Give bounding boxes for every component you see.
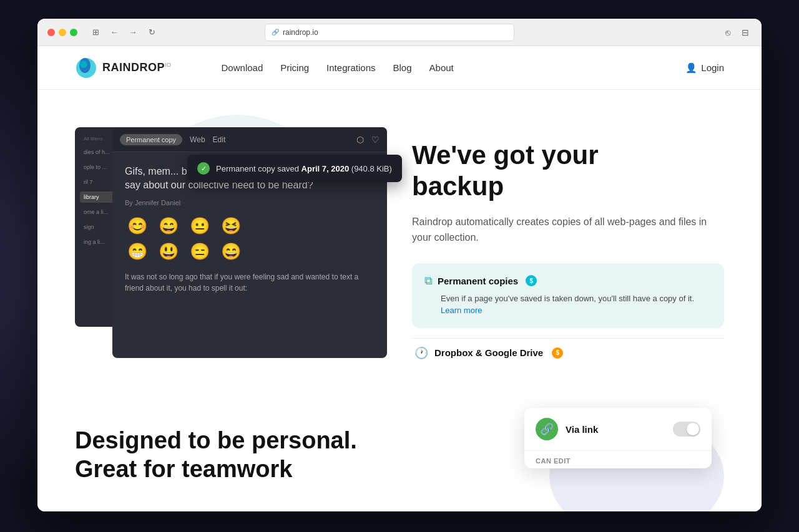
browser-window: ⊞ ← → ↻ 🔗 raindrop.io ⎋ ⊟ RAINDROPIO: [37, 19, 762, 511]
article-toolbar: Permanent copy Web Edit ⬡ ♡: [112, 127, 387, 152]
share-popup: 🔗 Via link CAN EDIT: [524, 408, 712, 468]
feature-description: Raindrop automatically creates copies of…: [412, 214, 724, 246]
nav-blog[interactable]: Blog: [393, 62, 412, 73]
logo[interactable]: RAINDROPIO: [75, 57, 172, 79]
logo-text: RAINDROPIO: [102, 61, 172, 74]
back-button[interactable]: ←: [109, 27, 120, 38]
permanent-copies-body: Even if a page you've saved is taken dow…: [424, 293, 712, 317]
close-button[interactable]: [47, 29, 55, 36]
svg-point-2: [80, 60, 87, 68]
person-icon: 👤: [685, 62, 697, 74]
dropbox-badge: $: [552, 347, 563, 359]
site-nav: RAINDROPIO Download Pricing Integrations…: [37, 46, 762, 90]
history-icon: 🕐: [414, 346, 428, 360]
splitview-button[interactable]: ⊟: [739, 26, 752, 39]
permanent-copies-title: Permanent copies: [438, 276, 518, 286]
address-bar[interactable]: 🔗 raindrop.io: [265, 24, 514, 41]
emoji-6: 😃: [156, 242, 181, 261]
emoji-grid: 😊 😄 😐 😆 😁 😃 😑 😄: [125, 216, 375, 261]
nav-pricing[interactable]: Pricing: [280, 62, 309, 73]
emoji-8: 😄: [218, 242, 243, 261]
card-title-row: ⧉ Permanent copies $: [424, 274, 712, 288]
permanent-copy-tab[interactable]: Permanent copy: [120, 134, 182, 145]
emoji-7: 😑: [187, 242, 212, 261]
feature-text: We've got your backup Raindrop automatic…: [375, 127, 724, 402]
page-content: RAINDROPIO Download Pricing Integrations…: [37, 46, 762, 511]
dropbox-row: 🕐 Dropbox & Google Drive $: [412, 338, 724, 367]
permanent-copies-card: ⧉ Permanent copies $ Even if a page you'…: [412, 263, 724, 328]
lock-icon: 🔗: [272, 29, 279, 36]
external-link-icon[interactable]: ⬡: [356, 135, 364, 145]
link-icon-circle: 🔗: [536, 418, 558, 440]
can-edit-label: CAN EDIT: [524, 451, 712, 468]
main-section: All filters dies of h... ople to ... ril…: [37, 90, 762, 402]
via-link-label: Via link: [566, 424, 665, 435]
feature-heading: We've got your backup: [412, 140, 724, 203]
forward-button[interactable]: →: [127, 27, 139, 38]
share-button[interactable]: ⎋: [722, 26, 734, 39]
emoji-2: 😄: [156, 216, 181, 236]
nav-links: Download Pricing Integrations Blog About: [222, 62, 454, 74]
copy-icon: ⧉: [424, 274, 433, 288]
share-via-link-row: 🔗 Via link: [524, 408, 712, 451]
nav-about[interactable]: About: [429, 62, 454, 73]
emoji-1: 😊: [125, 216, 150, 236]
browser-chrome: ⊞ ← → ↻ 🔗 raindrop.io ⎋ ⊟: [37, 19, 762, 46]
web-tab[interactable]: Web: [190, 135, 205, 144]
login-button[interactable]: 👤 Login: [685, 62, 724, 74]
logo-icon: [75, 57, 97, 79]
learn-more-link[interactable]: Learn more: [441, 306, 482, 315]
traffic-lights: [47, 29, 77, 36]
sidebar-toggle-button[interactable]: ⊞: [90, 27, 101, 38]
dropbox-title: Dropbox & Google Drive: [434, 347, 543, 358]
via-link-toggle[interactable]: [673, 422, 700, 437]
app-mockup-area: All filters dies of h... ople to ... ril…: [75, 127, 375, 364]
check-icon: ✓: [197, 162, 210, 175]
emoji-4: 😆: [218, 216, 243, 236]
url-text: raindrop.io: [283, 28, 318, 37]
permanent-copies-badge: $: [526, 275, 537, 286]
emoji-5: 😁: [125, 242, 150, 261]
maximize-button[interactable]: [70, 29, 77, 36]
edit-tab[interactable]: Edit: [213, 135, 226, 144]
article-author: By Jennifer Daniel: [125, 199, 375, 206]
saved-tooltip: ✓ Permanent copy saved April 7, 2020 (94…: [187, 155, 402, 182]
nav-integrations[interactable]: Integrations: [326, 62, 375, 73]
emoji-3: 😐: [187, 216, 212, 236]
tooltip-text: Permanent copy saved April 7, 2020 (940.…: [216, 164, 392, 173]
browser-actions: ⎋ ⊟: [722, 26, 752, 39]
refresh-button[interactable]: ↻: [146, 27, 157, 38]
article-body: It was not so long ago that if you were …: [125, 271, 375, 294]
nav-download[interactable]: Download: [222, 62, 263, 73]
minimize-button[interactable]: [59, 29, 66, 36]
lower-section: Designed to be personal. Great for teamw…: [37, 402, 762, 496]
